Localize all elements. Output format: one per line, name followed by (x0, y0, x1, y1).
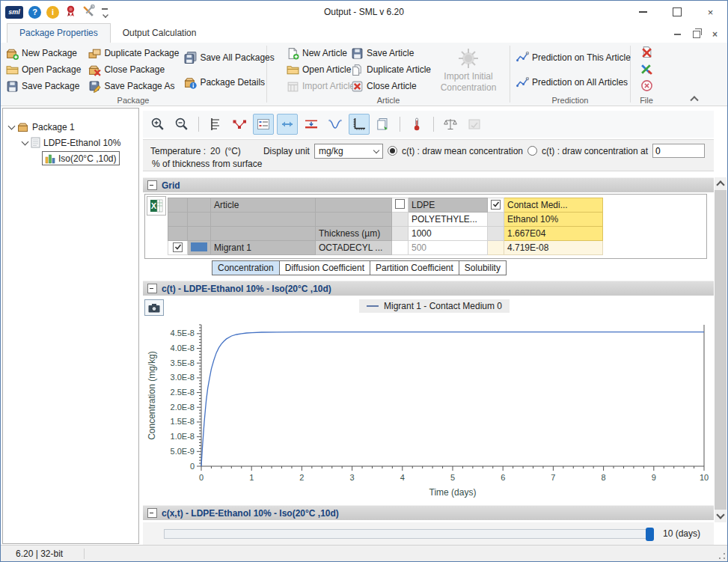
save-article-icon (351, 47, 364, 60)
time-slider[interactable] (164, 529, 654, 539)
new-article-button[interactable]: New Article (283, 45, 347, 61)
time-slider-thumb[interactable] (646, 528, 654, 541)
scroll-down-button[interactable] (715, 510, 727, 522)
migrant-ldpe-value-cell[interactable]: 500 (409, 241, 488, 255)
contact-header-cell[interactable]: Contact Medi... (504, 198, 603, 213)
close-article-button[interactable]: Close Article (347, 78, 437, 94)
copy-chart-button[interactable] (373, 114, 394, 135)
tools-icon[interactable] (82, 4, 95, 19)
tab-diffusion-coefficient[interactable]: Diffusion Coefficient (279, 260, 370, 275)
close-package-button[interactable]: Close Package (85, 61, 180, 78)
package-details-button[interactable]: Package Details (180, 74, 264, 91)
scrollbar-thumb[interactable] (715, 190, 727, 510)
tree-item-article[interactable]: LDPE-Ethanol 10% (3, 135, 138, 150)
new-package-button[interactable]: New Package (2, 45, 85, 61)
duplicate-article-button[interactable]: Duplicate Article (347, 61, 437, 78)
save-article-button[interactable]: Save Article (347, 45, 437, 61)
scroll-up-button[interactable] (715, 177, 727, 190)
mdi-restore-button[interactable] (688, 28, 704, 40)
tree-item-package[interactable]: Package 1 (3, 119, 138, 135)
tab-output-calculation[interactable]: Output Calculation (111, 24, 209, 43)
chevron-up-icon (716, 180, 724, 189)
show-axes-button[interactable] (349, 114, 370, 135)
display-unit-select[interactable]: mg/kg (314, 144, 383, 159)
legend-dash (367, 305, 379, 307)
info-icon[interactable]: i (46, 6, 59, 19)
chevron-down-icon[interactable] (22, 138, 29, 145)
contact-name-cell[interactable]: Ethanol 10% (504, 213, 603, 227)
edit-disabled-button[interactable] (464, 114, 485, 135)
sml-logo-icon[interactable]: sml (5, 6, 23, 19)
limit-line-button[interactable] (301, 114, 322, 135)
ldpe-checkbox-cell[interactable] (392, 198, 409, 213)
show-points-button[interactable] (229, 114, 250, 135)
delete-file-button[interactable] (640, 46, 653, 61)
prediction-on-all-articles-button[interactable]: Prediction on All Articles (513, 74, 628, 91)
close-button[interactable]: × (694, 1, 727, 23)
tab-package-properties[interactable]: Package Properties (7, 23, 111, 43)
cancel-button[interactable] (640, 79, 653, 94)
smooth-curve-button[interactable] (325, 114, 346, 135)
collapse-minus-icon[interactable] (147, 180, 157, 190)
prediction-on-this-article-button[interactable]: Prediction on This Article (513, 49, 628, 66)
open-package-button[interactable]: Open Package (2, 61, 85, 78)
tab-solubility[interactable]: Solubility (459, 260, 507, 275)
contact-checkbox[interactable] (491, 200, 501, 210)
contact-volume-cell[interactable]: 1.667E04 (504, 227, 603, 241)
migrant-name-cell[interactable]: OCTADECYL ... (316, 241, 392, 255)
tab-concentration[interactable]: Concentration (212, 260, 280, 275)
collapse-minus-icon[interactable] (147, 508, 157, 518)
ldpe-name-cell[interactable]: POLYETHYLE... (409, 213, 488, 227)
import-initial-concentration-button[interactable]: Import Initial Concentration (437, 45, 500, 95)
time-slider-value: 10 (days) (663, 528, 700, 539)
export-excel-button[interactable] (640, 63, 653, 78)
contact-checkbox-cell[interactable] (488, 198, 504, 213)
help-icon[interactable]: ? (28, 6, 41, 19)
minimize-button[interactable] (626, 1, 660, 23)
save-all-packages-button[interactable]: Save All Packages (180, 49, 264, 66)
balance-button[interactable] (440, 114, 461, 135)
customize-quick-access-caret-icon[interactable] (100, 7, 111, 17)
mdi-minimize-button[interactable] (670, 28, 685, 40)
snapshot-button[interactable] (144, 299, 164, 316)
concentration-at-radio[interactable] (527, 146, 537, 156)
open-article-button[interactable]: Open Article (283, 61, 347, 78)
ldpe-header-cell[interactable]: LDPE (409, 198, 488, 213)
zoom-in-button[interactable] (147, 114, 168, 135)
camera-icon (148, 303, 160, 313)
save-package-button[interactable]: Save Package (2, 78, 85, 94)
migrant-checkbox-cell[interactable] (168, 241, 188, 255)
zoom-out-button[interactable] (171, 114, 192, 135)
toolbar-separator (433, 117, 434, 132)
legend-label: Migrant 1 - Contact Medium 0 (384, 301, 502, 311)
collapse-minus-icon[interactable] (147, 284, 157, 293)
axis-scale-button[interactable] (205, 114, 226, 135)
show-legend-button[interactable] (253, 114, 274, 135)
tree-item-iso[interactable]: Iso(20°C ,10d) (3, 150, 138, 166)
tab-partition-coefficient[interactable]: Partition Coefficient (370, 260, 459, 275)
ribbon-collapse-chevron-icon[interactable] (691, 95, 699, 101)
ldpe-checkbox[interactable] (395, 199, 405, 209)
horizontal-axis-button[interactable] (277, 114, 298, 135)
maximize-button[interactable] (660, 1, 694, 23)
grid-section-header[interactable]: Grid (143, 177, 714, 192)
cxt-section-header[interactable]: c(x,t) - LDPE-Ethanol 10% - Iso(20°C ,10… (143, 505, 714, 520)
mdi-close-button[interactable]: × (707, 28, 723, 40)
ldpe-thickness-cell[interactable]: 1000 (409, 227, 488, 241)
vertical-scrollbar[interactable] (715, 177, 727, 522)
license-icon[interactable] (64, 4, 77, 19)
migrant-checkbox[interactable] (173, 242, 183, 252)
concentration-at-input[interactable] (652, 144, 705, 158)
import-article-button[interactable]: Import Article (283, 78, 347, 94)
resize-grip[interactable] (718, 552, 726, 560)
export-to-excel-button[interactable]: X (147, 196, 166, 216)
chevron-down-icon (370, 144, 382, 158)
save-package-as-button[interactable]: Save Package As (85, 78, 180, 94)
chevron-down-icon[interactable] (8, 122, 16, 129)
ct-section-header[interactable]: c(t) - LDPE-Ethanol 10% - Iso(20°C ,10d) (143, 281, 714, 296)
duplicate-package-button[interactable]: Duplicate Package (85, 45, 180, 61)
migrant-contact-value-cell[interactable]: 4.719E-08 (504, 241, 603, 255)
migrant-color-swatch[interactable] (191, 242, 207, 251)
temperature-button[interactable] (406, 114, 427, 135)
mean-concentration-radio[interactable] (388, 146, 397, 156)
